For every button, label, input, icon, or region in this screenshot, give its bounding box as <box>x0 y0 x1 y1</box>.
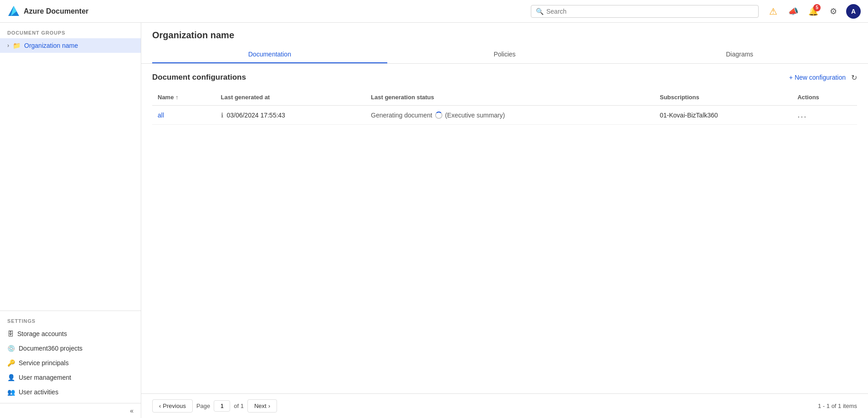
gear-icon: ⚙ <box>830 6 837 16</box>
header-icons: ⚠ 📣 🔔 5 ⚙ A <box>766 4 861 19</box>
page-number-input[interactable] <box>214 400 230 412</box>
previous-button[interactable]: ‹ Previous <box>152 399 193 413</box>
sidebar-item-doc360[interactable]: 💿 Document360 projects <box>0 341 141 356</box>
page-title: Organization name <box>152 30 857 41</box>
doc-name-link[interactable]: all <box>158 112 164 119</box>
loading-spinner <box>435 112 442 119</box>
pagination-summary: 1 - 1 of 1 items <box>818 403 857 409</box>
app-header: Azure Documenter 🔍 ⚠ 📣 🔔 5 ⚙ A <box>0 0 868 23</box>
user-activities-icon: 👥 <box>7 388 15 396</box>
storage-icon: 🗄 <box>7 330 14 337</box>
last-generated-value: 03/06/2024 17:55:43 <box>226 112 285 119</box>
logo-icon <box>7 5 20 18</box>
col-last-status: Last generation status <box>365 89 654 106</box>
document-configurations-table: Name ↑ Last generated at Last generation… <box>152 89 857 125</box>
sidebar-item-label-doc360: Document360 projects <box>19 345 82 352</box>
cell-status: Generating document (Executive summary) <box>365 106 654 125</box>
settings-section: SETTINGS 🗄 Storage accounts 💿 Document36… <box>0 311 141 403</box>
sidebar: DOCUMENT GROUPS › 📁 Organization name SE… <box>0 23 141 418</box>
content-title: Document configurations <box>152 73 246 82</box>
search-icon: 🔍 <box>536 8 544 15</box>
chevron-left-icon: ‹ <box>159 403 161 409</box>
col-actions: Actions <box>792 89 857 106</box>
search-box[interactable]: 🔍 <box>531 5 759 18</box>
app-logo[interactable]: Azure Documenter <box>7 5 88 18</box>
table-row: all ℹ 03/06/2024 17:55:43 Generating doc… <box>152 106 857 125</box>
pagination-bar: ‹ Previous Page of 1 Next › 1 - 1 of 1 i… <box>141 393 868 418</box>
col-name: Name ↑ <box>152 89 216 106</box>
sidebar-item-user-management[interactable]: 👤 User management <box>0 370 141 385</box>
warning-icon: ⚠ <box>769 6 777 17</box>
pagination-controls: ‹ Previous Page of 1 Next › <box>152 399 277 413</box>
col-subscriptions: Subscriptions <box>654 89 792 106</box>
cell-last-generated: ℹ 03/06/2024 17:55:43 <box>216 106 366 125</box>
cell-actions: ... <box>792 106 857 125</box>
service-principal-icon: 🔑 <box>7 359 15 367</box>
new-configuration-button[interactable]: + New configuration <box>789 74 846 81</box>
of-label: of 1 <box>234 403 244 409</box>
settings-button[interactable]: ⚙ <box>826 4 841 19</box>
main-header: Organization name Documentation Policies… <box>141 23 868 64</box>
app-title: Azure Documenter <box>24 7 88 15</box>
table-header: Name ↑ Last generated at Last generation… <box>152 89 857 106</box>
page-label: Page <box>196 403 210 409</box>
notifications-button[interactable]: 🔔 5 <box>806 4 821 19</box>
table-body: all ℹ 03/06/2024 17:55:43 Generating doc… <box>152 106 857 125</box>
content-actions: + New configuration ↻ <box>789 73 857 82</box>
status-detail: (Executive summary) <box>445 112 505 119</box>
main-content: Organization name Documentation Policies… <box>141 23 868 418</box>
content-area: Document configurations + New configurat… <box>141 64 868 393</box>
chevron-right-icon: › <box>268 403 270 409</box>
col-last-generated: Last generated at <box>216 89 366 106</box>
tab-documentation[interactable]: Documentation <box>152 46 387 63</box>
subscription-value: 01-Kovai-BizTalk360 <box>660 112 718 119</box>
tab-diagrams[interactable]: Diagrams <box>622 46 857 63</box>
sidebar-collapse-button[interactable]: « <box>0 403 141 418</box>
notification-badge: 5 <box>813 4 821 11</box>
warning-button[interactable]: ⚠ <box>766 4 781 19</box>
folder-icon: 📁 <box>13 42 21 49</box>
announcement-icon: 📣 <box>788 6 798 16</box>
refresh-button[interactable]: ↻ <box>851 73 857 82</box>
tab-policies[interactable]: Policies <box>387 46 622 63</box>
tab-bar: Documentation Policies Diagrams <box>152 46 857 63</box>
chevron-right-icon: › <box>7 42 9 49</box>
refresh-icon: ↻ <box>851 74 857 82</box>
cell-subscriptions: 01-Kovai-BizTalk360 <box>654 106 792 125</box>
sidebar-item-label-service: Service principals <box>19 359 69 367</box>
collapse-icon: « <box>130 407 134 414</box>
sidebar-item-label-useract: User activities <box>19 388 58 396</box>
announcements-button[interactable]: 📣 <box>786 4 801 19</box>
sidebar-item-service-principals[interactable]: 🔑 Service principals <box>0 356 141 370</box>
sidebar-item-user-activities[interactable]: 👥 User activities <box>0 385 141 399</box>
user-avatar[interactable]: A <box>846 4 861 19</box>
search-input[interactable] <box>546 8 754 15</box>
settings-label: SETTINGS <box>0 311 141 326</box>
sidebar-item-label-storage: Storage accounts <box>17 330 67 337</box>
info-icon[interactable]: ℹ <box>221 112 223 119</box>
status-container: Generating document (Executive summary) <box>371 112 649 119</box>
document-groups-label: DOCUMENT GROUPS <box>0 23 141 38</box>
next-button[interactable]: Next › <box>247 399 277 413</box>
sidebar-item-org[interactable]: › 📁 Organization name <box>0 38 141 53</box>
sidebar-item-label-org: Organization name <box>24 42 78 49</box>
doc360-icon: 💿 <box>7 345 15 352</box>
user-mgmt-icon: 👤 <box>7 374 15 381</box>
status-text: Generating document <box>371 112 432 119</box>
cell-name: all <box>152 106 216 125</box>
main-layout: DOCUMENT GROUPS › 📁 Organization name SE… <box>0 23 868 418</box>
content-header: Document configurations + New configurat… <box>152 73 857 82</box>
avatar-initial: A <box>851 8 856 15</box>
sidebar-item-label-usermgmt: User management <box>19 374 71 381</box>
sidebar-item-storage[interactable]: 🗄 Storage accounts <box>0 326 141 341</box>
row-actions-button[interactable]: ... <box>797 110 807 119</box>
